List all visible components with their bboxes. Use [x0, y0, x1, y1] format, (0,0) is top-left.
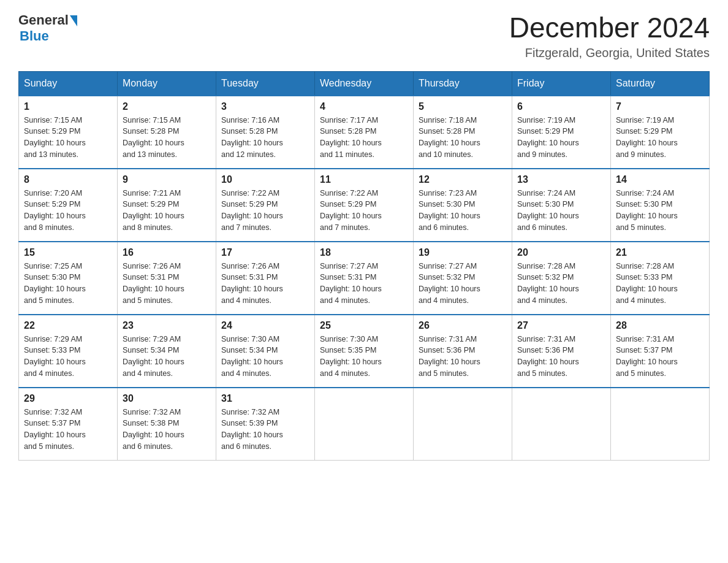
- calendar-cell: 14Sunrise: 7:24 AMSunset: 5:30 PMDayligh…: [611, 169, 710, 242]
- calendar-cell: [414, 388, 512, 461]
- day-number: 20: [517, 247, 605, 258]
- day-info: Sunrise: 7:32 AMSunset: 5:38 PMDaylight:…: [123, 407, 211, 453]
- day-number: 22: [24, 320, 112, 331]
- day-number: 19: [419, 247, 507, 258]
- calendar-cell: [611, 388, 710, 461]
- calendar-cell: [315, 388, 414, 461]
- day-number: 3: [221, 101, 309, 112]
- calendar-cell: 11Sunrise: 7:22 AMSunset: 5:29 PMDayligh…: [315, 169, 414, 242]
- week-row-4: 22Sunrise: 7:29 AMSunset: 5:33 PMDayligh…: [19, 315, 710, 388]
- day-number: 2: [123, 101, 211, 112]
- day-number: 5: [419, 101, 507, 112]
- day-info: Sunrise: 7:31 AMSunset: 5:37 PMDaylight:…: [616, 334, 704, 380]
- day-number: 16: [123, 247, 211, 258]
- calendar-cell: 29Sunrise: 7:32 AMSunset: 5:37 PMDayligh…: [19, 388, 118, 461]
- calendar-cell: 27Sunrise: 7:31 AMSunset: 5:36 PMDayligh…: [512, 315, 611, 388]
- logo-triangle-icon: [70, 15, 77, 26]
- week-row-2: 8Sunrise: 7:20 AMSunset: 5:29 PMDaylight…: [19, 169, 710, 242]
- calendar-cell: 15Sunrise: 7:25 AMSunset: 5:30 PMDayligh…: [19, 242, 118, 315]
- day-info: Sunrise: 7:22 AMSunset: 5:29 PMDaylight:…: [221, 188, 309, 234]
- calendar-cell: 18Sunrise: 7:27 AMSunset: 5:31 PMDayligh…: [315, 242, 414, 315]
- calendar-cell: 9Sunrise: 7:21 AMSunset: 5:29 PMDaylight…: [118, 169, 216, 242]
- day-number: 11: [320, 174, 408, 185]
- day-number: 29: [24, 393, 112, 404]
- day-info: Sunrise: 7:32 AMSunset: 5:37 PMDaylight:…: [24, 407, 112, 453]
- calendar-cell: 19Sunrise: 7:27 AMSunset: 5:32 PMDayligh…: [414, 242, 512, 315]
- logo-blue-text: Blue: [20, 28, 49, 44]
- calendar-cell: 24Sunrise: 7:30 AMSunset: 5:34 PMDayligh…: [216, 315, 315, 388]
- calendar-cell: 23Sunrise: 7:29 AMSunset: 5:34 PMDayligh…: [118, 315, 216, 388]
- day-info: Sunrise: 7:30 AMSunset: 5:34 PMDaylight:…: [221, 334, 309, 380]
- calendar-cell: 28Sunrise: 7:31 AMSunset: 5:37 PMDayligh…: [611, 315, 710, 388]
- day-number: 31: [221, 393, 309, 404]
- day-info: Sunrise: 7:28 AMSunset: 5:32 PMDaylight:…: [517, 261, 605, 307]
- day-info: Sunrise: 7:27 AMSunset: 5:32 PMDaylight:…: [419, 261, 507, 307]
- day-number: 27: [517, 320, 605, 331]
- day-info: Sunrise: 7:29 AMSunset: 5:34 PMDaylight:…: [123, 334, 211, 380]
- day-info: Sunrise: 7:30 AMSunset: 5:35 PMDaylight:…: [320, 334, 408, 380]
- calendar-cell: 13Sunrise: 7:24 AMSunset: 5:30 PMDayligh…: [512, 169, 611, 242]
- calendar-cell: 8Sunrise: 7:20 AMSunset: 5:29 PMDaylight…: [19, 169, 118, 242]
- week-row-5: 29Sunrise: 7:32 AMSunset: 5:37 PMDayligh…: [19, 388, 710, 461]
- day-header-friday: Friday: [512, 71, 611, 96]
- calendar-cell: 3Sunrise: 7:16 AMSunset: 5:28 PMDaylight…: [216, 96, 315, 169]
- calendar-cell: 6Sunrise: 7:19 AMSunset: 5:29 PMDaylight…: [512, 96, 611, 169]
- calendar-cell: [512, 388, 611, 461]
- calendar-header-row: SundayMondayTuesdayWednesdayThursdayFrid…: [19, 71, 710, 96]
- day-number: 7: [616, 101, 704, 112]
- day-info: Sunrise: 7:17 AMSunset: 5:28 PMDaylight:…: [320, 115, 408, 161]
- page-container: General Blue December 2024 Fitzgerald, G…: [18, 12, 710, 461]
- calendar-cell: 4Sunrise: 7:17 AMSunset: 5:28 PMDaylight…: [315, 96, 414, 169]
- day-info: Sunrise: 7:31 AMSunset: 5:36 PMDaylight:…: [419, 334, 507, 380]
- calendar-cell: 30Sunrise: 7:32 AMSunset: 5:38 PMDayligh…: [118, 388, 216, 461]
- day-info: Sunrise: 7:22 AMSunset: 5:29 PMDaylight:…: [320, 188, 408, 234]
- calendar-cell: 2Sunrise: 7:15 AMSunset: 5:28 PMDaylight…: [118, 96, 216, 169]
- calendar-cell: 22Sunrise: 7:29 AMSunset: 5:33 PMDayligh…: [19, 315, 118, 388]
- day-info: Sunrise: 7:26 AMSunset: 5:31 PMDaylight:…: [123, 261, 211, 307]
- calendar-table: SundayMondayTuesdayWednesdayThursdayFrid…: [18, 71, 710, 461]
- location-subtitle: Fitzgerald, Georgia, United States: [509, 46, 710, 60]
- day-number: 23: [123, 320, 211, 331]
- day-header-tuesday: Tuesday: [216, 71, 315, 96]
- day-number: 21: [616, 247, 704, 258]
- day-number: 10: [221, 174, 309, 185]
- day-number: 26: [419, 320, 507, 331]
- day-info: Sunrise: 7:21 AMSunset: 5:29 PMDaylight:…: [123, 188, 211, 234]
- calendar-cell: 26Sunrise: 7:31 AMSunset: 5:36 PMDayligh…: [414, 315, 512, 388]
- day-info: Sunrise: 7:32 AMSunset: 5:39 PMDaylight:…: [221, 407, 309, 453]
- day-info: Sunrise: 7:19 AMSunset: 5:29 PMDaylight:…: [616, 115, 704, 161]
- day-info: Sunrise: 7:16 AMSunset: 5:28 PMDaylight:…: [221, 115, 309, 161]
- day-info: Sunrise: 7:15 AMSunset: 5:28 PMDaylight:…: [123, 115, 211, 161]
- day-header-wednesday: Wednesday: [315, 71, 414, 96]
- day-number: 9: [123, 174, 211, 185]
- day-number: 1: [24, 101, 112, 112]
- day-info: Sunrise: 7:19 AMSunset: 5:29 PMDaylight:…: [517, 115, 605, 161]
- day-number: 25: [320, 320, 408, 331]
- calendar-cell: 21Sunrise: 7:28 AMSunset: 5:33 PMDayligh…: [611, 242, 710, 315]
- day-info: Sunrise: 7:24 AMSunset: 5:30 PMDaylight:…: [517, 188, 605, 234]
- day-number: 14: [616, 174, 704, 185]
- week-row-1: 1Sunrise: 7:15 AMSunset: 5:29 PMDaylight…: [19, 96, 710, 169]
- day-number: 28: [616, 320, 704, 331]
- day-info: Sunrise: 7:26 AMSunset: 5:31 PMDaylight:…: [221, 261, 309, 307]
- day-info: Sunrise: 7:27 AMSunset: 5:31 PMDaylight:…: [320, 261, 408, 307]
- day-info: Sunrise: 7:29 AMSunset: 5:33 PMDaylight:…: [24, 334, 112, 380]
- logo: General Blue: [18, 12, 77, 44]
- day-number: 15: [24, 247, 112, 258]
- day-info: Sunrise: 7:24 AMSunset: 5:30 PMDaylight:…: [616, 188, 704, 234]
- day-info: Sunrise: 7:20 AMSunset: 5:29 PMDaylight:…: [24, 188, 112, 234]
- week-row-3: 15Sunrise: 7:25 AMSunset: 5:30 PMDayligh…: [19, 242, 710, 315]
- day-header-sunday: Sunday: [19, 71, 118, 96]
- day-number: 6: [517, 101, 605, 112]
- calendar-cell: 31Sunrise: 7:32 AMSunset: 5:39 PMDayligh…: [216, 388, 315, 461]
- day-number: 4: [320, 101, 408, 112]
- logo-general-text: General: [18, 12, 69, 28]
- day-info: Sunrise: 7:18 AMSunset: 5:28 PMDaylight:…: [419, 115, 507, 161]
- day-number: 18: [320, 247, 408, 258]
- day-header-thursday: Thursday: [414, 71, 512, 96]
- day-info: Sunrise: 7:25 AMSunset: 5:30 PMDaylight:…: [24, 261, 112, 307]
- day-info: Sunrise: 7:28 AMSunset: 5:33 PMDaylight:…: [616, 261, 704, 307]
- day-number: 24: [221, 320, 309, 331]
- day-number: 30: [123, 393, 211, 404]
- day-header-monday: Monday: [118, 71, 216, 96]
